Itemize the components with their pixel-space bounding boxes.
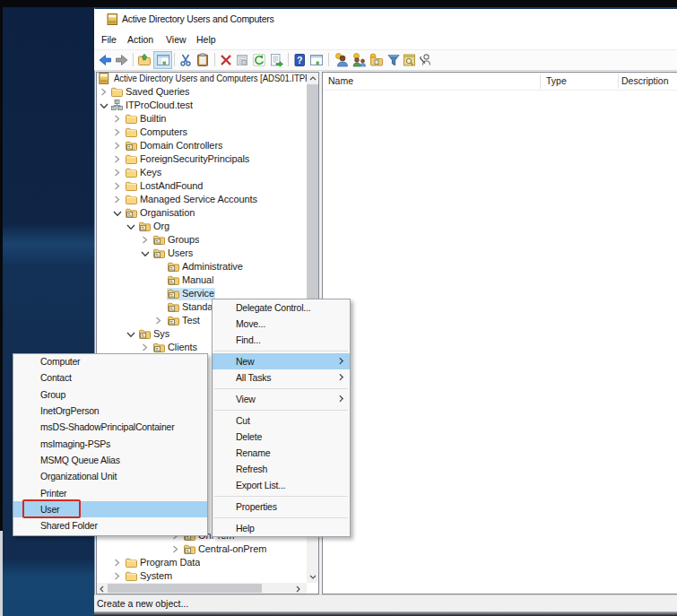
svg-text:?: ? (297, 55, 302, 65)
